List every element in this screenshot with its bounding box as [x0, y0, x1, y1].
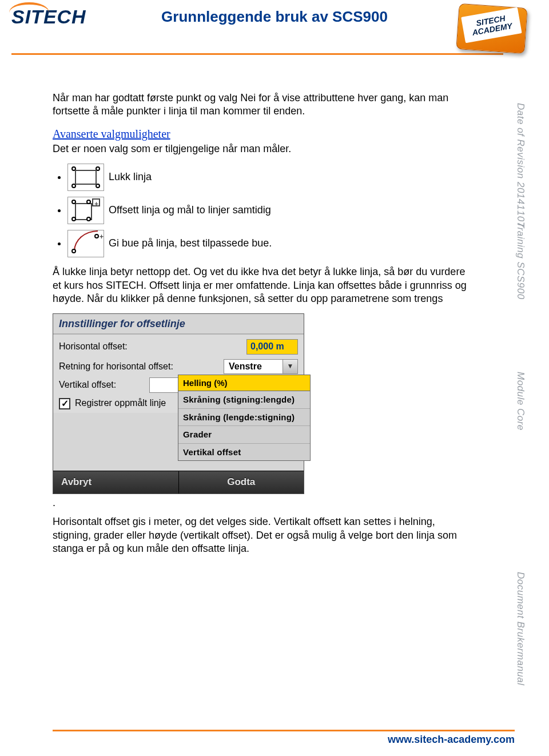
dropdown-option[interactable]: Grader	[178, 426, 310, 444]
chevron-down-icon: ▼	[283, 360, 297, 374]
label-direction: Retning for horisontal offset:	[59, 361, 224, 373]
select-direction-value: Venstre	[224, 360, 283, 374]
checkbox-register-line[interactable]: ✓	[59, 398, 70, 409]
bullet3-text: Gi bue på linja, best tilpassede bue.	[109, 237, 272, 250]
label-h-offset: Horisontal offset:	[59, 341, 246, 353]
bullet-lukk-linja: Lukk linja	[67, 164, 475, 191]
header-rule	[11, 53, 503, 55]
content: Når man har godtatt første punkt og valg…	[0, 55, 549, 555]
label-register-line: Registrer oppmålt linje	[75, 397, 166, 409]
lukk-linja-icon	[67, 164, 104, 191]
side-revision: Date of Revision 20141107	[515, 103, 526, 228]
side-training: Training SCS900	[515, 222, 526, 300]
dropdown-selected[interactable]: Helling (%)	[178, 375, 310, 392]
dropdown-option[interactable]: Vertikal offset	[178, 444, 310, 461]
row-direction: Retning for horisontal offset: Venstre ▼	[53, 357, 304, 377]
bullet-bue-linja: + Gi bue på linja, best tilpassede bue.	[67, 230, 475, 257]
dot-after-dialog: .	[53, 497, 55, 508]
dialog-footer: Avbryt Godta	[53, 471, 304, 494]
offset-settings-dialog: Innstillinger for offsetlinje Horisontal…	[53, 313, 304, 494]
page-header: SITECH Grunnleggende bruk av SCS900 SITE…	[0, 0, 549, 55]
dropdown-option[interactable]: Skråning (stigning:lengde)	[178, 391, 310, 409]
bullet2-text: Offsett linja og mål to linjer samtidig	[109, 204, 271, 217]
ok-button[interactable]: Godta	[179, 471, 304, 494]
offset-linja-icon: +	[67, 197, 104, 224]
bullet-offset-linja: + Offsett linja og mål to linjer samtidi…	[67, 197, 475, 224]
section-heading: Avanserte valgmuligheter	[53, 126, 475, 141]
v-offset-dropdown: Helling (%) Skråning (stigning:lengde) S…	[178, 375, 311, 461]
footer-link[interactable]: www.sitech-academy.com	[53, 734, 515, 746]
bullet1-text: Lukk linja	[109, 170, 152, 184]
intro-paragraph: Når man har godtatt første punkt og valg…	[53, 91, 475, 118]
section-subtext: Det er noen valg som er tilgjengelige nå…	[53, 142, 475, 156]
row-horizontal-offset: Horisontal offset: 0,000 m	[53, 337, 304, 357]
feature-list: Lukk linja + Offsett linja og mål to lin…	[53, 164, 475, 257]
academy-badge-inner: SITECH ACADEMY	[461, 7, 522, 43]
dropdown-option[interactable]: Skråning (lengde:stigning)	[178, 409, 310, 427]
closing-paragraph: Horisontalt offset gis i meter, og det v…	[53, 515, 475, 555]
cancel-button[interactable]: Avbryt	[53, 471, 179, 494]
page-footer: www.sitech-academy.com	[0, 730, 549, 746]
select-direction[interactable]: Venstre ▼	[224, 359, 298, 375]
dialog-title: Innstillinger for offsetlinje	[53, 314, 304, 334]
explain-paragraph: Å lukke linja betyr nettopp det. Og vet …	[53, 265, 475, 305]
side-module: Module Core	[515, 372, 526, 431]
bue-linja-icon: +	[67, 230, 104, 257]
side-document: Document Brukermanual	[515, 572, 526, 686]
footer-rule	[53, 730, 515, 731]
academy-badge: SITECH ACADEMY	[456, 3, 527, 54]
input-h-offset[interactable]: 0,000 m	[246, 339, 298, 355]
label-v-offset: Vertikal offset:	[59, 379, 145, 391]
